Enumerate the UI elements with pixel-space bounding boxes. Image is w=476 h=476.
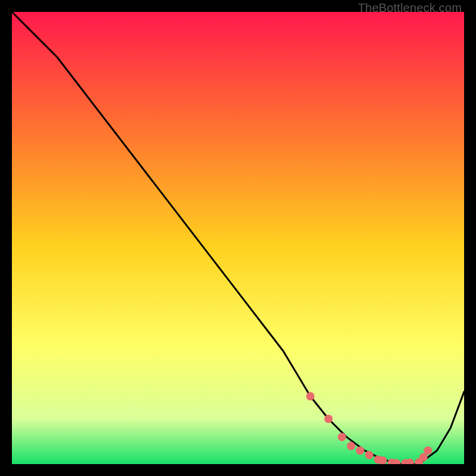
highlight-dot xyxy=(338,433,346,441)
bottleneck-chart xyxy=(12,12,464,464)
highlight-dot xyxy=(356,446,364,455)
highlight-dot xyxy=(365,451,373,459)
highlight-dot xyxy=(306,392,315,400)
highlight-dot xyxy=(347,442,355,450)
highlight-dot xyxy=(324,415,333,423)
gradient-background xyxy=(12,12,464,464)
highlight-dot xyxy=(419,453,428,462)
chart-frame xyxy=(12,12,464,464)
highlight-dot xyxy=(424,446,432,455)
